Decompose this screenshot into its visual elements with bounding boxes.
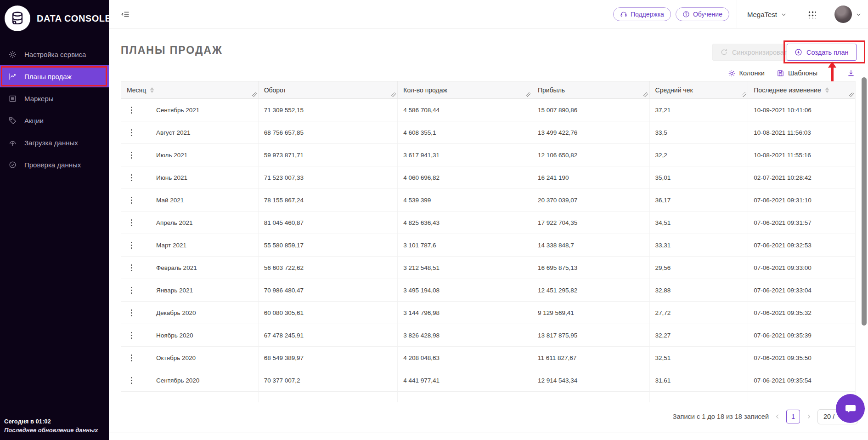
kebab-icon [131, 354, 132, 356]
cell-avg_check: 34,51 [650, 211, 749, 234]
collapse-sidebar-icon[interactable] [121, 10, 130, 21]
cell-month: Сентябрь 2020 [121, 369, 259, 391]
cell-turnover: 70 986 480,47 [259, 279, 398, 301]
cell-sales_count: 4 208 048,63 [398, 347, 532, 369]
header-sales-count[interactable]: Кол-во продаж [398, 81, 532, 98]
row-menu-button[interactable] [127, 126, 136, 139]
row-menu-button[interactable] [127, 193, 136, 207]
cell-turnover: 56 603 722,62 [259, 257, 398, 279]
account-switcher[interactable]: MegaTest [740, 11, 794, 18]
cell-profit: 12 106 650,82 [532, 144, 650, 166]
header-turnover[interactable]: Оборот [259, 81, 398, 98]
templates-button[interactable]: Шаблоны [777, 69, 817, 77]
download-icon[interactable] [847, 69, 855, 77]
row-menu-button[interactable] [127, 103, 136, 117]
row-menu-button[interactable] [127, 306, 136, 320]
cell-empty [650, 392, 749, 402]
page-title: ПЛАНЫ ПРОДАЖ [121, 44, 223, 57]
page-number-button[interactable]: 1 [786, 410, 800, 423]
table-row[interactable]: Сентябрь 202171 309 552,154 586 708,4415… [121, 99, 855, 121]
resize-handle-icon[interactable] [849, 92, 854, 97]
sidebar-item-label: Акции [24, 117, 44, 125]
resize-handle-icon[interactable] [391, 92, 396, 97]
row-menu-button[interactable] [127, 328, 136, 342]
table-row[interactable]: Сентябрь 202070 377 007,24 441 977,4112 … [121, 369, 855, 392]
cell-last_modified: 07-06-2021 09:35:50 [748, 347, 855, 369]
table-row[interactable]: Февраль 202156 603 722,623 212 548,5116 … [121, 257, 855, 279]
table-row[interactable]: Апрель 202181 045 460,874 825 636,4317 9… [121, 211, 855, 234]
create-plan-button[interactable]: Создать план [787, 44, 857, 61]
table-row[interactable]: Ноябрь 202067 478 245,913 826 428,9813 8… [121, 324, 855, 347]
month-label: Октябрь 2020 [156, 354, 196, 361]
table-row[interactable]: Октябрь 202068 549 389,974 208 048,6311 … [121, 347, 855, 369]
table-row[interactable]: Май 202178 155 867,244 539 39920 370 039… [121, 189, 855, 211]
cell-empty [398, 392, 532, 402]
row-menu-button[interactable] [127, 373, 136, 387]
sidebar-item-sales-plans[interactable]: Планы продаж [0, 65, 109, 87]
support-button[interactable]: Поддержка [613, 7, 671, 21]
chevron-left-icon[interactable] [774, 413, 781, 420]
table-row[interactable]: Январь 202170 986 480,473 495 194,0812 4… [121, 279, 855, 302]
sort-icon [150, 87, 154, 93]
sidebar-item-promotions[interactable]: Акции [0, 109, 109, 131]
row-menu-button[interactable] [127, 238, 136, 252]
cell-turnover: 78 155 867,24 [259, 189, 398, 211]
resize-handle-icon[interactable] [643, 92, 648, 97]
cell-profit: 14 338 848,7 [532, 234, 650, 256]
table-row[interactable]: Июнь 202171 523 007,334 060 696,8216 241… [121, 166, 855, 189]
resize-handle-icon[interactable] [526, 92, 530, 97]
sidebar-item-service-settings[interactable]: Настройка сервиса [0, 43, 109, 65]
cell-last_modified: 10-08-2021 11:56:03 [748, 121, 855, 143]
cell-month: Август 2021 [121, 121, 259, 143]
header-profit[interactable]: Прибыль [532, 81, 650, 98]
table-row[interactable]: Декабрь 202060 080 305,613 144 796,989 1… [121, 302, 855, 324]
month-label: Май 2021 [156, 197, 184, 204]
cell-month: Январь 2021 [121, 279, 259, 301]
row-menu-button[interactable] [127, 148, 136, 162]
row-menu-button[interactable] [127, 283, 136, 297]
cell-sales_count: 3 101 787,6 [398, 234, 532, 256]
cell-last_modified: 07-06-2021 09:35:32 [748, 302, 855, 324]
cell-profit: 16 695 875,13 [532, 257, 650, 279]
resize-handle-icon[interactable] [742, 92, 746, 97]
create-plan-label: Создать план [806, 49, 849, 56]
avatar[interactable] [834, 6, 852, 23]
chevron-right-icon[interactable] [806, 413, 812, 420]
row-menu-button[interactable] [127, 216, 136, 229]
row-menu-button[interactable] [127, 261, 136, 274]
scrollbar-thumb[interactable] [862, 77, 867, 326]
headset-icon [620, 11, 627, 18]
sidebar-item-markers[interactable]: Маркеры [0, 87, 109, 109]
cell-month: Декабрь 2020 [121, 302, 259, 324]
app-title: DATA CONSOLE [37, 13, 111, 24]
cell-profit: 20 370 039,07 [532, 189, 650, 211]
database-icon [10, 11, 25, 26]
resize-handle-icon[interactable] [252, 92, 257, 97]
header-avg-check[interactable]: Средний чек [650, 81, 749, 98]
kebab-icon [131, 242, 132, 243]
table-row[interactable]: Март 202155 580 859,173 101 787,614 338 … [121, 234, 855, 257]
cell-last_modified: 07-06-2021 09:32:53 [748, 234, 855, 256]
kebab-icon [131, 377, 132, 378]
kebab-icon [131, 174, 132, 176]
header-month[interactable]: Месяц [121, 81, 259, 98]
header-last-modified[interactable]: Последнее изменение [748, 81, 855, 98]
row-menu-button[interactable] [127, 171, 136, 184]
table-row[interactable]: Август 202168 756 657,854 608 355,113 49… [121, 121, 855, 144]
sidebar-item-data-upload[interactable]: Загрузка данных [0, 131, 109, 154]
topbar-right: Поддержка Обучение MegaTest [613, 0, 868, 29]
sync-button[interactable]: Синхронизировать [712, 44, 798, 61]
sidebar-item-data-check[interactable]: Проверка данных [0, 154, 109, 176]
last-update-caption: Последнее обновление данных [4, 427, 98, 434]
table-row[interactable]: Июль 202159 973 871,713 617 941,3112 106… [121, 144, 855, 166]
columns-button[interactable]: Колонки [728, 69, 765, 77]
table-header-row: Месяц Оборот Кол-во продаж Прибыль Средн… [121, 81, 855, 99]
pagination: Записи с 1 до 18 из 18 записей 1 20 / [109, 409, 858, 424]
apps-grid-icon[interactable] [807, 10, 816, 18]
refresh-icon [720, 48, 728, 56]
chat-widget-button[interactable] [836, 394, 865, 423]
cell-month: Март 2021 [121, 234, 259, 256]
training-button[interactable]: Обучение [676, 7, 729, 21]
cell-month: Май 2021 [121, 189, 259, 211]
row-menu-button[interactable] [127, 351, 136, 365]
